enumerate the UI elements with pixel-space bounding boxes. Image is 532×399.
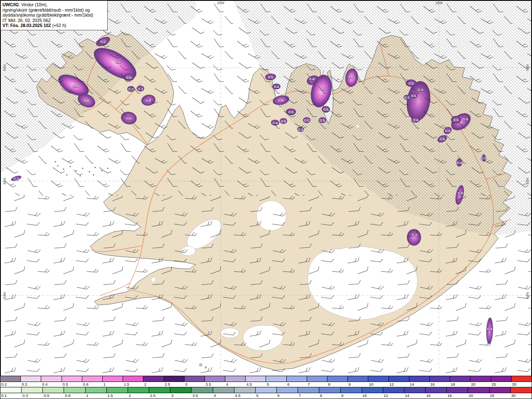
colorbar-cell [404,387,426,393]
colorbar-tick-label: 0.5 [62,382,68,387]
colorbar-tick-label: 4 [213,393,216,398]
colorbar-tick-label: 20 [470,382,476,387]
colorbar-cell [490,387,511,393]
colorbar-cell [298,387,319,393]
colorbar-cell [234,387,256,393]
colorbar-tick-label: 1.5 [107,393,113,398]
colorbar-tick-label: 6 [286,382,289,387]
colorbar-cell [266,376,286,382]
colorbar-cell [107,387,128,393]
colorbar-cell [470,376,491,382]
colorbar-cell [170,387,192,393]
colorbar-cell [328,376,348,382]
colorbar-cell [123,376,143,382]
title-line-model: UWC/IG: Vindur (10m), [2,2,105,7]
colorbar-tick-label: 12 [383,393,388,398]
colorbar-tick-label: 0.8 [82,382,89,387]
colorbar-tick-label: 14 [409,382,414,387]
colorbar-tick-label: 30 [511,382,517,387]
map-title-box: UWC/IG: Vindur (10m), rigning/skúrir (gr… [0,0,108,30]
colorbar-tick-label: 14 [404,393,409,398]
colorbar-cell [192,387,213,393]
colorbar-cell [287,376,307,382]
colorbar-tick-label: 25 [491,382,496,387]
colorbar-cell [86,387,107,393]
colorbar-cell [149,387,170,393]
colorbar-cell [21,376,41,382]
colorbar-cell [0,387,22,393]
map-area: 20W15W66N66N65N65N64N64N 0.21.10.40.90.3… [0,0,532,376]
colorbar-tick-label: 0.4 [41,382,47,387]
colorbar-tick-label: 18 [450,382,455,387]
colorbar-cell [225,376,246,382]
colorbar-tick-label: 2.5 [149,393,155,398]
colorbar-cell [491,376,512,382]
colorbar-cell [103,376,123,382]
weather-map-svg [0,0,532,376]
colorbar-tick-label: 0.8 [64,393,70,398]
colorbar-rigning [0,387,532,393]
model-name: UWC/IG [2,2,19,7]
colorbar-cell [277,387,298,393]
colorbar-cell [64,387,85,393]
colorbar-tick-label: 18 [447,393,452,398]
colorbar-tick-label: 6 [277,393,280,398]
colorbar-tick-label: 0.3 [22,393,28,398]
colorbar-tick-label: 9 [340,393,343,398]
colorbar-cell [426,387,447,393]
colorbar-tick-label: 1.5 [123,382,129,387]
title-line-rain-legend: rigning/skúrir (grænt/blátt/rautt - mm/1… [2,7,105,13]
colorbar-cell [511,387,532,393]
wind-barbs-south [0,196,532,376]
colorbar-tick-label: 4 [225,382,228,387]
colorbar-tick-label: 7 [298,393,301,398]
wind-barbs-layer [0,0,532,376]
colorbar-cell [319,387,340,393]
title-line-snow-legend: slydda/snjókoma (grátt/bleikt/grænt - mm… [2,12,105,18]
colorbar-tick-label: 0.3 [21,382,27,387]
colorbar-tick-label: 4.5 [234,393,240,398]
colorbar-cell [468,387,489,393]
colorbar-cell [362,387,383,393]
colorbar-tick-label: 5 [266,382,269,387]
colorbar-tick-label: 3 [184,382,187,387]
colorbar-tick-label: 16 [429,382,435,387]
colorbar-cell [82,376,103,382]
colorbar-cell [256,387,277,393]
colorbar-tick-label: 10 [368,382,374,387]
colorbar-cell [62,376,82,382]
colorbar-tick-label: 8 [327,382,330,387]
colorbar-tick-label: 4.5 [246,382,252,387]
valid-time: VT: Fös. 28.03.2025 10Z (+52 h) [2,23,105,28]
colorbar-cell [307,376,328,382]
colorbar-tick-label: 3.5 [205,382,211,387]
colorbar-cell [246,376,266,382]
colorbar-tick-label: 7 [307,382,310,387]
colorbar-tick-label: 8 [319,393,322,398]
colorbar-tick-label: 16 [425,393,431,398]
colorbar-tick-label: 10 [362,393,367,398]
colorbar-cell [447,387,468,393]
colorbar-tick-label: 20 [468,393,473,398]
colorbar-cell [22,387,43,393]
colorbar-tick-label: 2.5 [164,382,170,387]
colorbar-tick-label: 2 [128,393,131,398]
colorbar-tick-labels-slydda-snjokoma: 0.20.30.40.50.811.522.533.544.5567891012… [0,382,532,387]
colorbar-tick-label: 5 [255,393,258,398]
colorbar-cell [348,376,368,382]
colorbar-cell [41,376,62,382]
colorbar-cell [0,376,21,382]
colorbar-cell [389,376,409,382]
weather-map-screen: 20W15W66N66N65N65N64N64N 0.21.10.40.90.3… [0,0,532,399]
colorbar-cell [128,387,149,393]
colorbar-tick-label: 0.2 [0,382,7,387]
colorbar-tick-label: 12 [389,382,394,387]
colorbar-cell [383,387,404,393]
colorbar-slydda-snjokoma [0,376,532,382]
colorbar-cell [341,387,362,393]
colorbar-cell [164,376,185,382]
colorbar-tick-label: 2 [143,382,146,387]
colorbar-tick-label: 1 [103,382,106,387]
colorbar-tick-label: 25 [489,393,495,398]
colorbar-tick-label: 0.5 [43,393,49,398]
